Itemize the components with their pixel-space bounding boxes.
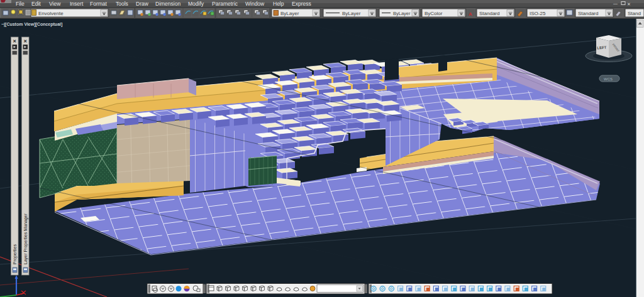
svg-text:File: File — [16, 1, 25, 7]
svg-text:ISO-25: ISO-25 — [530, 11, 546, 16]
svg-text:ByLayer: ByLayer — [342, 11, 361, 16]
svg-text:✕: ✕ — [627, 2, 631, 6]
svg-text:Dimension: Dimension — [155, 1, 180, 7]
svg-text:WCS: WCS — [604, 77, 613, 81]
svg-text:Insert: Insert — [70, 1, 84, 7]
svg-text:Parametric: Parametric — [212, 1, 238, 7]
svg-text:Window: Window — [245, 1, 265, 7]
svg-text:−|[Custom View][Conceptual]: −|[Custom View][Conceptual] — [1, 22, 62, 27]
svg-text:✕: ✕ — [23, 39, 27, 43]
svg-text:ByLayer: ByLayer — [280, 11, 299, 16]
svg-text:ByLayer: ByLayer — [393, 11, 411, 16]
svg-text:Envolvente: Envolvente — [38, 11, 64, 16]
svg-text:Layer Properties Manager: Layer Properties Manager — [23, 213, 28, 264]
svg-text:✕: ✕ — [13, 39, 16, 43]
svg-text:Standard: Standard — [578, 11, 598, 16]
svg-text:Standard: Standard — [479, 11, 499, 16]
svg-text:Properties: Properties — [13, 244, 18, 264]
svg-text:Help: Help — [273, 1, 284, 7]
svg-text:LEFT: LEFT — [597, 45, 607, 50]
svg-text:A: A — [469, 11, 472, 17]
svg-text:Modify: Modify — [188, 1, 204, 7]
svg-text:Express: Express — [292, 1, 311, 7]
svg-text:Edit: Edit — [31, 1, 41, 7]
svg-text:Draw: Draw — [136, 1, 149, 7]
svg-text:ByColor: ByColor — [425, 11, 443, 16]
svg-text:Stand: Stand — [628, 11, 641, 16]
svg-text:Format: Format — [90, 1, 108, 7]
svg-text:View: View — [49, 1, 61, 7]
svg-text:—: — — [613, 1, 618, 6]
svg-text:Tools: Tools — [116, 1, 128, 7]
